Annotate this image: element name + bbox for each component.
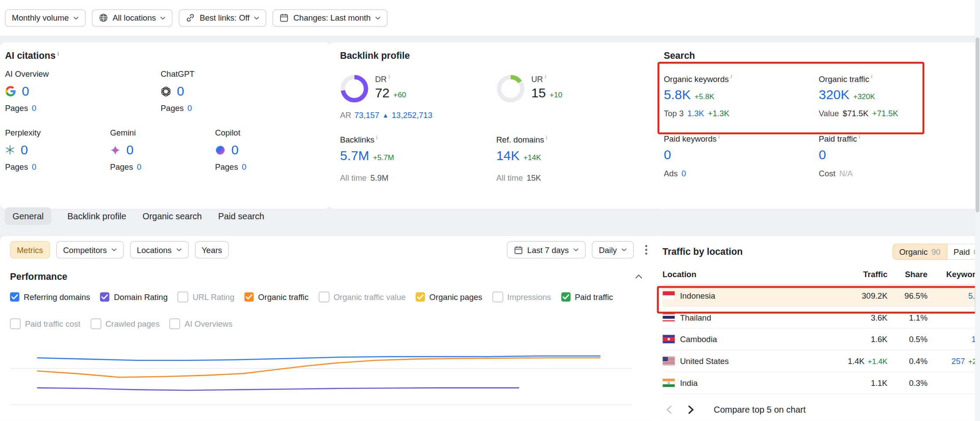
info-icon[interactable]: i xyxy=(545,74,546,80)
dr-gauge xyxy=(340,74,369,103)
metric-value[interactable]: 0 xyxy=(819,147,826,162)
tab-general[interactable]: General xyxy=(5,207,51,225)
metric-value[interactable]: 320K xyxy=(819,87,850,102)
ai-citations-count[interactable]: 0 xyxy=(21,143,28,157)
metric-sub-label: Top 3 xyxy=(664,109,683,118)
metric-value[interactable]: 0 xyxy=(664,147,671,162)
toolbar-button-best-links-off[interactable]: Best links: Off xyxy=(179,9,266,27)
chevron-down-icon xyxy=(73,16,79,20)
ref-domains-widget: Ref. domainsi 14K+14K All time15K xyxy=(496,135,661,182)
location-row-india[interactable]: India1.1K0.3%76 xyxy=(663,372,980,394)
unchecked-checkbox-icon xyxy=(10,318,21,329)
ai-citations-count[interactable]: 0 xyxy=(22,84,29,99)
pages-count[interactable]: 0 xyxy=(242,162,246,171)
checkbox-referring-domains[interactable]: Referring domains xyxy=(10,292,90,302)
ai-source-label: Gemini xyxy=(110,128,215,137)
perplexity-icon xyxy=(5,145,15,155)
compare-top5-label[interactable]: Compare top 5 on chart xyxy=(714,405,805,415)
chip-competitors[interactable]: Competitors xyxy=(56,241,124,259)
ar-value[interactable]: 73,157 xyxy=(355,111,380,120)
metric-sub-muted: N/A xyxy=(839,169,853,178)
pages-count[interactable]: 0 xyxy=(32,103,36,113)
location-row-united-states[interactable]: United States1.4K+1.4K0.4%257+255 xyxy=(663,350,980,372)
location-row-indonesia[interactable]: Indonesia309.2K96.5%5.2K xyxy=(663,285,980,307)
info-icon[interactable]: i xyxy=(718,134,720,140)
search-metric-paid-traffic: Paid traffici0CostN/A xyxy=(819,134,974,178)
ref-domains-label: Ref. domains xyxy=(496,135,544,144)
checkbox-label: AI Overviews xyxy=(185,319,233,328)
more-options-button[interactable] xyxy=(640,243,652,256)
col-keywords: Keywords xyxy=(927,270,980,279)
metric-value[interactable]: 5.8K xyxy=(664,87,691,102)
location-row-thailand[interactable]: Thailand3.6K1.1%69 xyxy=(663,307,980,328)
ref-domains-value[interactable]: 14K xyxy=(496,148,520,163)
globe-icon xyxy=(99,13,108,22)
toolbar-button-label: Changes: Last month xyxy=(293,13,370,22)
checked-checkbox-icon xyxy=(561,292,570,301)
card-title: Backlink profile xyxy=(340,50,410,61)
tab-organic-search[interactable]: Organic search xyxy=(143,207,202,225)
checkbox-organic-traffic-value[interactable]: Organic traffic value xyxy=(319,292,406,302)
overview-tabs: GeneralBacklink profileOrganic searchPai… xyxy=(5,207,264,225)
pages-count[interactable]: 0 xyxy=(32,162,36,171)
info-icon[interactable]: i xyxy=(388,74,390,80)
ai-citations-count[interactable]: 0 xyxy=(231,143,239,157)
checkbox-paid-traffic[interactable]: Paid traffic xyxy=(561,292,613,302)
info-icon[interactable]: i xyxy=(731,74,732,80)
checkbox-paid-traffic-cost[interactable]: Paid traffic cost xyxy=(10,318,80,329)
checkbox-label: Paid traffic cost xyxy=(25,319,80,328)
toolbar-button-all-locations[interactable]: All locations xyxy=(92,9,172,27)
checkbox-ai-overviews[interactable]: AI Overviews xyxy=(169,318,232,329)
checkbox-domain-rating[interactable]: Domain Rating xyxy=(100,292,168,302)
keywords-count[interactable]: 257 xyxy=(951,356,965,365)
checkbox-impressions[interactable]: Impressions xyxy=(492,292,551,302)
toolbar-button-label: Best links: Off xyxy=(200,13,250,22)
ai-citations-count[interactable]: 0 xyxy=(126,143,134,157)
ref-domains-change: +14K xyxy=(524,153,541,162)
toolbar-button-changes-last-month[interactable]: Changes: Last month xyxy=(273,9,387,27)
backlinks-value[interactable]: 5.7M xyxy=(340,148,369,163)
search-metric-paid-keywords: Paid keywordsi0Ads0 xyxy=(664,134,818,178)
pages-count[interactable]: 0 xyxy=(187,103,192,113)
metric-sub-link[interactable]: 1.3K xyxy=(687,109,704,118)
scrollbar-thumb[interactable] xyxy=(976,37,980,212)
prev-page-button[interactable] xyxy=(663,403,676,417)
granularity-button[interactable]: Daily xyxy=(592,241,634,259)
chevron-down-icon xyxy=(176,248,182,252)
location-row-cambodia[interactable]: Cambodia1.6K0.5%171 xyxy=(663,328,980,350)
checkbox-label: Crawled pages xyxy=(105,319,159,328)
info-icon[interactable]: i xyxy=(376,134,377,140)
checkbox-organic-traffic[interactable]: Organic traffic xyxy=(244,292,309,302)
date-range-button[interactable]: Last 7 days xyxy=(506,241,585,259)
pages-count[interactable]: 0 xyxy=(137,162,141,171)
pages-label: Pages xyxy=(110,162,133,171)
metric-sub-label: Cost xyxy=(819,169,836,178)
toggle-organic[interactable]: Organic90 xyxy=(892,243,947,260)
chevron-down-icon xyxy=(254,16,260,20)
checkbox-url-rating[interactable]: URL Rating xyxy=(178,292,234,302)
toolbar-button-monthly-volume[interactable]: Monthly volume xyxy=(5,9,86,27)
chip-years[interactable]: Years xyxy=(195,241,229,259)
info-icon[interactable]: i xyxy=(859,134,860,140)
ai-citations-count[interactable]: 0 xyxy=(177,84,184,99)
collapse-performance-button[interactable] xyxy=(631,273,646,279)
all-time-label: All time xyxy=(496,173,523,182)
metric-sub-link[interactable]: 0 xyxy=(682,169,686,178)
dr-change: +60 xyxy=(393,90,406,99)
ai-citation-ai-overview: AI Overview0Pages0 xyxy=(5,69,161,113)
checkbox-organic-pages[interactable]: Organic pages xyxy=(416,292,482,302)
chip-locations[interactable]: Locations xyxy=(130,241,188,259)
info-icon[interactable]: i xyxy=(546,134,547,140)
url-rating-widget: URi 15+10 xyxy=(496,74,661,120)
unchecked-checkbox-icon xyxy=(169,318,180,329)
link-icon xyxy=(186,13,195,22)
share-value: 1.1% xyxy=(887,313,927,322)
tab-backlink-profile[interactable]: Backlink profile xyxy=(68,207,126,225)
next-page-button[interactable] xyxy=(684,403,697,417)
tab-paid-search[interactable]: Paid search xyxy=(218,207,264,225)
share-value: 0.3% xyxy=(887,378,927,387)
chip-metrics[interactable]: Metrics xyxy=(10,241,50,259)
info-icon[interactable]: i xyxy=(57,50,59,57)
info-icon[interactable]: i xyxy=(871,74,872,80)
checkbox-crawled-pages[interactable]: Crawled pages xyxy=(90,318,160,329)
